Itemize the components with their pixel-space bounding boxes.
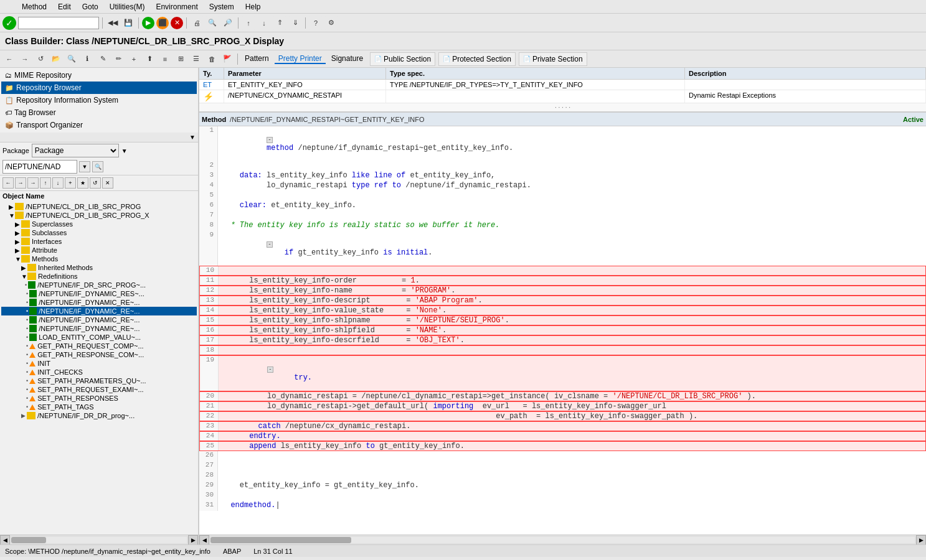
menu-method[interactable]: Method xyxy=(20,2,49,12)
collapse-btn-1[interactable]: - xyxy=(267,137,273,143)
nav-edit[interactable]: ✎ xyxy=(96,52,110,66)
nav-inherit[interactable]: ⬆ xyxy=(143,52,156,66)
tree-item-t3[interactable]: • INIT_CHECKS xyxy=(1,368,197,376)
menu-edit[interactable]: Edit xyxy=(56,2,73,12)
last-button[interactable]: ⇓ xyxy=(288,16,302,30)
nav-transport-organizer[interactable]: 📦 Transport Organizer xyxy=(1,119,197,131)
tab-public-section[interactable]: 📄 Public Section xyxy=(370,52,435,66)
nav-table[interactable]: ⊞ xyxy=(174,52,187,66)
tree-item-0[interactable]: ▶ /NEPTUNE/CL_DR_LIB_SRC_PROG xyxy=(1,202,197,211)
tree-item-m6[interactable]: • LOAD_ENTITY_COMP_VALU~... xyxy=(1,333,197,342)
params-row-1[interactable]: ⚡ /NEPTUNE/CX_DYNAMIC_RESTAPI Dynamic Re… xyxy=(199,90,926,103)
tree-item-1[interactable]: ▼ /NEPTUNE/CL_DR_LIB_SRC_PROG_X xyxy=(1,211,197,220)
nav-obj-browser[interactable]: 📂 xyxy=(49,52,63,66)
tree-item-m0[interactable]: • /NEPTUNE/IF_DR_SRC_PROG~... xyxy=(1,281,197,289)
nav-delete[interactable]: 🗑 xyxy=(205,52,219,66)
prev-button[interactable]: ↑ xyxy=(242,16,255,30)
back-button[interactable]: ◀◀ xyxy=(106,16,120,30)
next-button[interactable]: ↓ xyxy=(257,16,271,30)
nav-refresh[interactable]: ↺ xyxy=(34,52,47,66)
tree-item-interfaces[interactable]: ▶ Interfaces xyxy=(1,237,197,246)
dropdown-arrow-icon[interactable]: ▼ xyxy=(189,134,196,141)
tree-item-m4[interactable]: • /NEPTUNE/IF_DYNAMIC_RE~... xyxy=(1,315,197,324)
nav-hierarchy[interactable]: ≡ xyxy=(158,52,172,66)
nav-info[interactable]: ℹ xyxy=(80,52,94,66)
tree-item-t4[interactable]: • SET_PATH_PARAMETERS_QU~... xyxy=(1,376,197,385)
menu-help[interactable]: Help xyxy=(243,2,263,12)
scroll-left-btn[interactable]: ◀ xyxy=(0,535,10,545)
scroll-right-btn[interactable]: ▶ xyxy=(188,535,198,545)
tree-item-m5[interactable]: • /NEPTUNE/IF_DYNAMIC_RE~... xyxy=(1,324,197,333)
package-input[interactable] xyxy=(2,160,77,174)
tree-right-btn[interactable]: → xyxy=(27,177,39,189)
right-scroll-track[interactable] xyxy=(210,537,915,543)
nav-tag-browser[interactable]: 🏷 Tag Browser xyxy=(1,106,197,119)
tree-item-t7[interactable]: • SET_PATH_TAGS xyxy=(1,403,197,411)
tree-collapse-btn[interactable]: ↑ xyxy=(40,177,51,189)
help-button[interactable]: ? xyxy=(309,16,323,30)
tab-pretty-printer[interactable]: Pretty Printer xyxy=(275,54,326,64)
tree-item-t6[interactable]: • SET_PATH_RESPONSES xyxy=(1,394,197,403)
find-button[interactable]: 🔍 xyxy=(206,16,219,30)
right-scroll-thumb[interactable] xyxy=(210,537,351,543)
tree-item-t2[interactable]: • INIT xyxy=(1,359,197,368)
print-button[interactable]: 🖨 xyxy=(190,16,204,30)
tab-signature[interactable]: Signature xyxy=(328,54,367,64)
menu-goto[interactable]: Goto xyxy=(80,2,100,12)
first-button[interactable]: ⇑ xyxy=(273,16,286,30)
tree-item-last[interactable]: ▶ /NEPTUNE/IF_DR_DR_prog~... xyxy=(1,411,197,420)
save-button[interactable]: 💾 xyxy=(121,16,135,30)
nav-repository-info[interactable]: 📋 Repository Information System xyxy=(1,94,197,106)
nav-pencil[interactable]: ✏ xyxy=(111,52,125,66)
tree-item-t5[interactable]: • SET_PATH_REQUEST_EXAMI~... xyxy=(1,385,197,394)
nav-back[interactable]: ← xyxy=(2,52,16,66)
menu-environment[interactable]: Environment xyxy=(154,2,199,12)
package-select[interactable]: Package xyxy=(32,144,119,157)
collapse-btn-19[interactable]: - xyxy=(267,366,273,373)
command-input[interactable] xyxy=(18,17,99,29)
right-panel-scroll[interactable]: ◀ ▶ xyxy=(199,534,926,544)
tab-private-section[interactable]: 📄 Private Section xyxy=(519,52,587,66)
tree-delete-btn[interactable]: ✕ xyxy=(102,177,113,189)
tree-item-t0[interactable]: • GET_PATH_REQUEST_COMP~... xyxy=(1,342,197,350)
tree-forward-btn[interactable]: → xyxy=(15,177,26,189)
tree-item-attribute[interactable]: ▶ Attribute xyxy=(1,246,197,254)
tree-plus-btn[interactable]: + xyxy=(65,177,76,189)
settings-button[interactable]: ⚙ xyxy=(324,16,338,30)
tab-pattern[interactable]: Pattern xyxy=(241,54,273,64)
code-area[interactable]: 1 - method /neptune/if_dynamic_restapi~g… xyxy=(199,126,926,534)
package-search-btn[interactable]: 🔍 xyxy=(92,161,103,172)
stop-button[interactable]: ⬛ xyxy=(156,17,169,29)
tree-item-redefinitions[interactable]: ▼ Redefinitions xyxy=(1,272,197,281)
execute-button[interactable]: ▶ xyxy=(142,17,154,29)
scroll-track[interactable] xyxy=(11,537,187,543)
left-panel-scroll[interactable]: ◀ ▶ xyxy=(0,534,198,544)
tree-refresh-btn[interactable]: ↺ xyxy=(90,177,101,189)
nav-forward[interactable]: → xyxy=(18,52,32,66)
tree-panel[interactable]: ▶ /NEPTUNE/CL_DR_LIB_SRC_PROG ▼ /NEPTUNE… xyxy=(0,201,198,534)
tab-protected-section[interactable]: 📄 Protected Section xyxy=(438,52,516,66)
package-dropdown-btn[interactable]: ▼ xyxy=(79,161,90,172)
ok-button[interactable]: ✓ xyxy=(2,16,16,30)
tree-item-m3[interactable]: • /NEPTUNE/IF_DYNAMIC_RE~... xyxy=(1,307,197,315)
tree-star-btn[interactable]: ★ xyxy=(77,177,88,189)
abort-button[interactable]: ✕ xyxy=(171,17,183,29)
nav-form[interactable]: ☰ xyxy=(189,52,203,66)
menu-system[interactable]: System xyxy=(207,2,236,12)
right-scroll-right-btn[interactable]: ▶ xyxy=(916,535,926,545)
collapse-btn-9[interactable]: - xyxy=(267,241,273,248)
params-row-0[interactable]: ET ET_ENTITY_KEY_INFO TYPE /NEPTUNE/IF_D… xyxy=(199,80,926,90)
tree-item-superclasses[interactable]: ▶ Superclasses xyxy=(1,220,197,228)
tree-item-m2[interactable]: • /NEPTUNE/IF_DYNAMIC_RE~... xyxy=(1,298,197,307)
find-next-button[interactable]: 🔎 xyxy=(221,16,235,30)
nav-new[interactable]: + xyxy=(127,52,141,66)
tree-expand-btn[interactable]: ↓ xyxy=(52,177,64,189)
nav-mime-repository[interactable]: 🗂 MIME Repository xyxy=(1,69,197,82)
menu-utilities[interactable]: Utilities(M) xyxy=(108,2,147,12)
tree-item-inherited[interactable]: ▶ Inherited Methods xyxy=(1,263,197,272)
tree-item-subclasses[interactable]: ▶ Subclasses xyxy=(1,228,197,237)
nav-flag[interactable]: 🚩 xyxy=(220,52,234,66)
scroll-thumb[interactable] xyxy=(11,537,46,543)
tree-item-m1[interactable]: • /NEPTUNE/IF_DYNAMIC_RES~... xyxy=(1,289,197,298)
nav-repository-browser[interactable]: 📁 Repository Browser xyxy=(1,82,197,94)
